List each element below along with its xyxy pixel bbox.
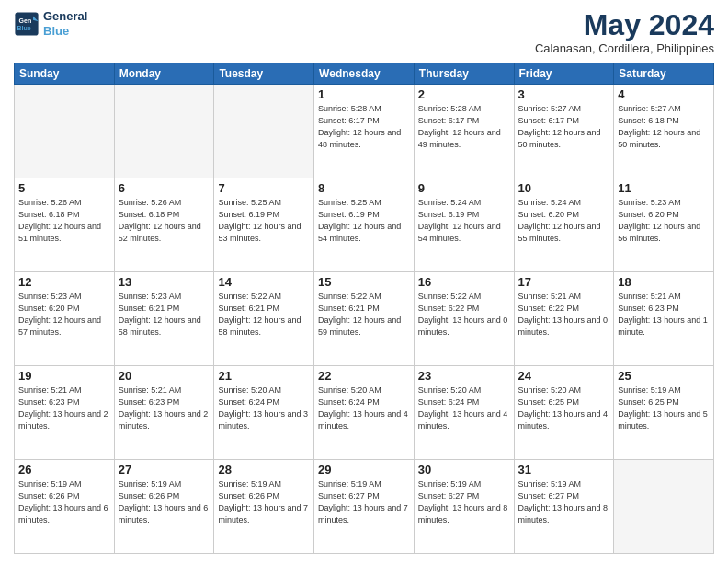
day-info: Sunrise: 5:26 AMSunset: 6:18 PMDaylight:… (18, 197, 110, 245)
day-number: 3 (518, 87, 610, 101)
day-cell: 29Sunrise: 5:19 AMSunset: 6:27 PMDayligh… (314, 460, 415, 554)
day-info: Sunrise: 5:26 AMSunset: 6:18 PMDaylight:… (119, 197, 210, 245)
col-header-monday: Monday (114, 63, 214, 85)
day-info: Sunrise: 5:22 AMSunset: 6:21 PMDaylight:… (318, 291, 410, 339)
day-info: Sunrise: 5:21 AMSunset: 6:23 PMDaylight:… (18, 385, 110, 432)
day-cell: 7Sunrise: 5:25 AMSunset: 6:19 PMDaylight… (214, 178, 314, 272)
day-info: Sunrise: 5:27 AMSunset: 6:17 PMDaylight:… (518, 103, 610, 151)
day-number: 11 (618, 181, 710, 195)
col-header-tuesday: Tuesday (214, 63, 314, 85)
day-number: 29 (318, 463, 410, 477)
day-info: Sunrise: 5:19 AMSunset: 6:26 PMDaylight:… (218, 478, 310, 526)
day-cell: 6Sunrise: 5:26 AMSunset: 6:18 PMDaylight… (114, 178, 214, 272)
svg-rect-0 (15, 12, 38, 35)
day-info: Sunrise: 5:23 AMSunset: 6:20 PMDaylight:… (18, 291, 110, 339)
day-info: Sunrise: 5:23 AMSunset: 6:21 PMDaylight:… (119, 291, 210, 339)
day-info: Sunrise: 5:20 AMSunset: 6:25 PMDaylight:… (518, 385, 610, 432)
day-info: Sunrise: 5:20 AMSunset: 6:24 PMDaylight:… (318, 385, 410, 432)
day-number: 7 (218, 181, 310, 195)
day-info: Sunrise: 5:19 AMSunset: 6:26 PMDaylight:… (119, 478, 210, 526)
day-number: 1 (318, 87, 410, 101)
day-number: 14 (218, 275, 310, 289)
day-cell: 24Sunrise: 5:20 AMSunset: 6:25 PMDayligh… (514, 366, 614, 460)
day-cell: 26Sunrise: 5:19 AMSunset: 6:26 PMDayligh… (15, 460, 115, 554)
day-cell: 19Sunrise: 5:21 AMSunset: 6:23 PMDayligh… (15, 366, 115, 460)
day-cell (214, 85, 314, 178)
day-cell: 3Sunrise: 5:27 AMSunset: 6:17 PMDaylight… (514, 85, 614, 178)
day-cell: 8Sunrise: 5:25 AMSunset: 6:19 PMDaylight… (314, 178, 415, 272)
week-row-3: 12Sunrise: 5:23 AMSunset: 6:20 PMDayligh… (15, 272, 714, 366)
day-number: 4 (618, 87, 710, 101)
day-number: 22 (318, 369, 410, 383)
col-header-friday: Friday (514, 63, 614, 85)
day-cell: 5Sunrise: 5:26 AMSunset: 6:18 PMDaylight… (15, 178, 115, 272)
day-info: Sunrise: 5:19 AMSunset: 6:27 PMDaylight:… (518, 478, 610, 526)
day-cell: 13Sunrise: 5:23 AMSunset: 6:21 PMDayligh… (114, 272, 214, 366)
day-cell: 2Sunrise: 5:28 AMSunset: 6:17 PMDaylight… (414, 85, 514, 178)
day-number: 5 (18, 181, 110, 195)
logo-text: General Blue (43, 9, 87, 38)
day-cell: 11Sunrise: 5:23 AMSunset: 6:20 PMDayligh… (614, 178, 714, 272)
header: Gen Blue General Blue May 2024 Calanasan… (14, 9, 714, 55)
day-cell (614, 460, 714, 554)
day-info: Sunrise: 5:25 AMSunset: 6:19 PMDaylight:… (218, 197, 310, 245)
month-title: May 2024 (535, 9, 714, 41)
day-number: 18 (618, 275, 710, 289)
day-cell (114, 85, 214, 178)
day-number: 28 (218, 463, 310, 477)
day-cell: 15Sunrise: 5:22 AMSunset: 6:21 PMDayligh… (314, 272, 415, 366)
day-info: Sunrise: 5:25 AMSunset: 6:19 PMDaylight:… (318, 197, 410, 245)
week-row-4: 19Sunrise: 5:21 AMSunset: 6:23 PMDayligh… (15, 366, 714, 460)
day-cell (15, 85, 115, 178)
col-header-wednesday: Wednesday (314, 63, 415, 85)
day-info: Sunrise: 5:22 AMSunset: 6:21 PMDaylight:… (218, 291, 310, 339)
day-number: 21 (218, 369, 310, 383)
day-cell: 9Sunrise: 5:24 AMSunset: 6:19 PMDaylight… (414, 178, 514, 272)
title-block: May 2024 Calanasan, Cordillera, Philippi… (535, 9, 714, 55)
col-header-sunday: Sunday (15, 63, 115, 85)
day-cell: 25Sunrise: 5:19 AMSunset: 6:25 PMDayligh… (614, 366, 714, 460)
day-number: 2 (418, 87, 510, 101)
day-info: Sunrise: 5:21 AMSunset: 6:22 PMDaylight:… (518, 291, 610, 339)
day-number: 13 (119, 275, 210, 289)
page: Gen Blue General Blue May 2024 Calanasan… (0, 0, 728, 563)
day-cell: 23Sunrise: 5:20 AMSunset: 6:24 PMDayligh… (414, 366, 514, 460)
day-info: Sunrise: 5:28 AMSunset: 6:17 PMDaylight:… (418, 103, 510, 151)
day-cell: 4Sunrise: 5:27 AMSunset: 6:18 PMDaylight… (614, 85, 714, 178)
day-info: Sunrise: 5:27 AMSunset: 6:18 PMDaylight:… (618, 103, 710, 151)
day-number: 12 (18, 275, 110, 289)
day-info: Sunrise: 5:20 AMSunset: 6:24 PMDaylight:… (218, 385, 310, 432)
day-number: 19 (18, 369, 110, 383)
day-cell: 12Sunrise: 5:23 AMSunset: 6:20 PMDayligh… (15, 272, 115, 366)
location-subtitle: Calanasan, Cordillera, Philippines (535, 41, 714, 55)
day-number: 31 (518, 463, 610, 477)
day-number: 24 (518, 369, 610, 383)
day-info: Sunrise: 5:24 AMSunset: 6:19 PMDaylight:… (418, 197, 510, 245)
day-number: 9 (418, 181, 510, 195)
svg-text:Gen: Gen (19, 17, 32, 23)
day-number: 20 (119, 369, 210, 383)
day-info: Sunrise: 5:28 AMSunset: 6:17 PMDaylight:… (318, 103, 410, 151)
col-header-thursday: Thursday (414, 63, 514, 85)
day-info: Sunrise: 5:22 AMSunset: 6:22 PMDaylight:… (418, 291, 510, 339)
day-cell: 21Sunrise: 5:20 AMSunset: 6:24 PMDayligh… (214, 366, 314, 460)
week-row-2: 5Sunrise: 5:26 AMSunset: 6:18 PMDaylight… (15, 178, 714, 272)
day-cell: 30Sunrise: 5:19 AMSunset: 6:27 PMDayligh… (414, 460, 514, 554)
calendar-header-row: SundayMondayTuesdayWednesdayThursdayFrid… (15, 63, 714, 85)
day-info: Sunrise: 5:23 AMSunset: 6:20 PMDaylight:… (618, 197, 710, 245)
col-header-saturday: Saturday (614, 63, 714, 85)
day-cell: 14Sunrise: 5:22 AMSunset: 6:21 PMDayligh… (214, 272, 314, 366)
calendar-table: SundayMondayTuesdayWednesdayThursdayFrid… (14, 63, 714, 554)
day-number: 6 (119, 181, 210, 195)
day-number: 17 (518, 275, 610, 289)
day-number: 27 (119, 463, 210, 477)
day-cell: 20Sunrise: 5:21 AMSunset: 6:23 PMDayligh… (114, 366, 214, 460)
day-number: 25 (618, 369, 710, 383)
day-info: Sunrise: 5:19 AMSunset: 6:27 PMDaylight:… (418, 478, 510, 526)
day-info: Sunrise: 5:19 AMSunset: 6:25 PMDaylight:… (618, 385, 710, 432)
day-cell: 28Sunrise: 5:19 AMSunset: 6:26 PMDayligh… (214, 460, 314, 554)
day-cell: 16Sunrise: 5:22 AMSunset: 6:22 PMDayligh… (414, 272, 514, 366)
day-cell: 17Sunrise: 5:21 AMSunset: 6:22 PMDayligh… (514, 272, 614, 366)
day-number: 15 (318, 275, 410, 289)
day-info: Sunrise: 5:19 AMSunset: 6:26 PMDaylight:… (18, 478, 110, 526)
